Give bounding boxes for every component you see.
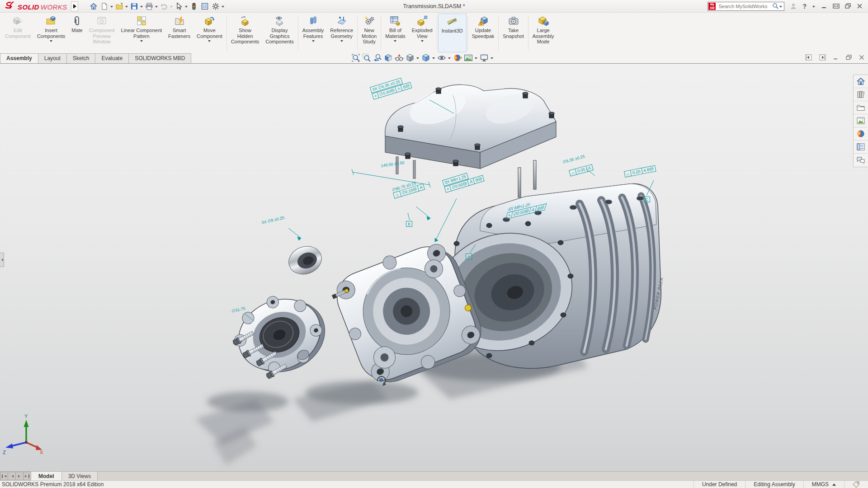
ribbon-button-take-snapshot[interactable]: TakeSnapshot <box>500 14 527 52</box>
ribbon-button-instant3d[interactable]: Instant3D <box>438 14 467 52</box>
menu-flyout-button[interactable] <box>71 1 78 11</box>
close-window-icon[interactable] <box>857 3 863 9</box>
ribbon-button-insert-components[interactable]: InsertComponents <box>34 14 68 52</box>
task-pane-design-library-button[interactable] <box>854 88 868 101</box>
performance-evaluation-button[interactable] <box>189 1 199 11</box>
task-pane-resources-button[interactable] <box>854 75 868 88</box>
tab-evaluate[interactable]: Evaluate <box>95 53 129 63</box>
ribbon-button-exploded-view[interactable]: ExplodedView <box>409 14 436 52</box>
tab-solidworks-mbd[interactable]: SOLIDWORKS MBD <box>128 53 191 63</box>
select-button[interactable] <box>174 1 184 11</box>
task-pane-appearances-button[interactable] <box>854 127 868 141</box>
tab-assembly[interactable]: Assembly <box>0 53 38 63</box>
print-dropdown[interactable] <box>155 6 158 9</box>
tab-layout[interactable]: Layout <box>38 53 67 63</box>
expand-pane-right-icon[interactable] <box>819 54 826 61</box>
task-pane-custom-properties-button[interactable] <box>854 141 868 154</box>
edit-appearance-button[interactable] <box>453 53 462 63</box>
feature-manager-splitter[interactable] <box>0 253 4 267</box>
display-style-dropdown[interactable] <box>432 57 435 61</box>
search-box[interactable]: MySW <box>708 2 784 11</box>
settings-dropdown[interactable] <box>222 6 224 9</box>
ribbon-button-linear-component-pattern[interactable]: Linear ComponentPattern <box>118 14 165 52</box>
task-pane-forum-button[interactable] <box>854 154 868 167</box>
bill-of-materials-dropdown[interactable] <box>394 40 396 43</box>
zoom-to-area-button[interactable] <box>362 53 372 63</box>
datum-label-b[interactable]: B <box>406 221 412 227</box>
view-orientation-dropdown[interactable] <box>416 57 419 61</box>
zoom-to-fit-button[interactable] <box>351 53 361 63</box>
task-pane-view-palette-button[interactable] <box>854 114 868 127</box>
ribbon-button-bill-of-materials[interactable]: Bill ofMaterials <box>382 14 409 52</box>
undo-dropdown[interactable] <box>170 6 173 9</box>
ribbon-button-component-preview-window[interactable]: ComponentPreviewWindow <box>86 14 118 52</box>
help-button[interactable]: ? <box>802 3 807 10</box>
ribbon-button-mate[interactable]: Mate <box>68 14 85 52</box>
select-dropdown[interactable] <box>185 6 188 9</box>
reference-geometry-dropdown[interactable] <box>340 40 343 43</box>
search-input[interactable] <box>717 3 772 9</box>
search-scope-dropdown[interactable] <box>779 6 782 9</box>
undo-button[interactable] <box>159 1 170 11</box>
print-button[interactable] <box>144 1 155 11</box>
previous-view-button[interactable] <box>373 53 382 63</box>
search-icon[interactable] <box>772 3 779 9</box>
close-document-icon[interactable] <box>859 55 864 60</box>
minimize-window-icon[interactable] <box>821 3 827 9</box>
next-tab-button[interactable] <box>15 472 24 480</box>
apply-scene-dropdown[interactable] <box>475 57 477 61</box>
end-cover-part[interactable] <box>224 281 336 387</box>
hide-show-items-button[interactable] <box>437 53 447 63</box>
previous-tab-button[interactable] <box>8 472 16 480</box>
graphics-area[interactable]: POWER PACK <box>0 64 868 471</box>
options-list-button[interactable] <box>199 1 210 11</box>
ribbon-button-assembly-features[interactable]: AssemblyFeatures <box>299 14 327 52</box>
restore-window-icon[interactable] <box>845 3 851 9</box>
collapse-pane-left-icon[interactable] <box>805 54 812 61</box>
status-units-selector[interactable]: MMGS <box>803 481 844 488</box>
tab-3d-views[interactable]: 3D Views <box>62 472 98 480</box>
tab-model[interactable]: Model <box>31 472 62 480</box>
task-pane-file-explorer-button[interactable] <box>854 101 868 114</box>
apply-scene-button[interactable] <box>463 53 473 63</box>
hide-show-items-dropdown[interactable] <box>448 57 451 61</box>
display-style-button[interactable] <box>421 53 431 63</box>
ribbon-button-display-graphics-components[interactable]: DisplayGraphicsComponents <box>262 14 297 52</box>
fullscreen-icon[interactable] <box>833 3 840 9</box>
help-dropdown[interactable] <box>812 6 815 9</box>
save-dropdown[interactable] <box>140 6 143 9</box>
status-tag-button[interactable] <box>844 481 868 488</box>
exploded-view-dropdown[interactable] <box>421 40 424 43</box>
save-button[interactable] <box>129 1 140 11</box>
last-tab-button[interactable] <box>23 472 31 480</box>
move-component-dropdown[interactable] <box>208 40 211 43</box>
insert-components-dropdown[interactable] <box>50 40 52 43</box>
home-button[interactable] <box>88 1 99 11</box>
ribbon-button-edit-component[interactable]: EditComponent <box>2 14 34 52</box>
hide-annotations-button[interactable] <box>394 53 404 63</box>
minimize-document-icon[interactable] <box>833 55 839 60</box>
tab-sketch[interactable]: Sketch <box>66 53 96 63</box>
new-document-dropdown[interactable] <box>110 6 113 9</box>
settings-button[interactable] <box>210 1 221 11</box>
open-dropdown[interactable] <box>125 6 128 9</box>
view-orientation-button[interactable] <box>405 53 415 63</box>
restore-document-icon[interactable] <box>846 55 852 60</box>
view-settings-dropdown[interactable] <box>491 57 493 61</box>
first-tab-button[interactable] <box>0 472 8 480</box>
linear-component-pattern-dropdown[interactable] <box>140 40 143 43</box>
datum-label-c[interactable]: C <box>644 197 650 202</box>
ribbon-button-move-component[interactable]: MoveComponent <box>193 14 226 52</box>
datum-label-a[interactable]: A <box>466 253 472 259</box>
ribbon-button-reference-geometry[interactable]: ReferenceGeometry <box>327 14 356 52</box>
ribbon-button-update-speedpak[interactable]: UpdateSpeedpak <box>469 14 498 52</box>
new-document-button[interactable] <box>99 1 110 11</box>
ribbon-button-smart-fasteners[interactable]: SmartFasteners <box>165 14 193 52</box>
ribbon-button-show-hidden-components[interactable]: ShowHiddenComponents <box>228 14 262 52</box>
assembly-3d-view[interactable]: POWER PACK <box>0 64 868 471</box>
assembly-features-dropdown[interactable] <box>312 40 315 43</box>
view-settings-button[interactable] <box>479 53 489 63</box>
open-button[interactable] <box>114 1 125 11</box>
ribbon-button-large-assembly-mode[interactable]: LargeAssemblyMode <box>529 14 557 52</box>
sign-in-user-icon[interactable] <box>790 3 797 10</box>
